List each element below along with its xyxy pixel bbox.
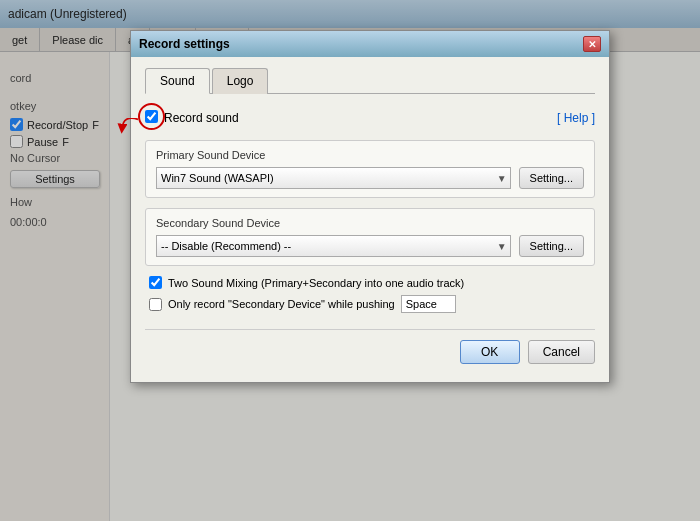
- secondary-device-select[interactable]: -- Disable (Recommend) -- None: [156, 235, 511, 257]
- only-record-secondary-label: Only record "Secondary Device" while pus…: [168, 298, 395, 310]
- space-key-input[interactable]: [401, 295, 456, 313]
- secondary-device-select-wrapper: -- Disable (Recommend) -- None ▼: [156, 235, 511, 257]
- primary-sound-group: Primary Sound Device Win7 Sound (WASAPI)…: [145, 140, 595, 198]
- modal-tabs: Sound Logo: [145, 67, 595, 94]
- modal-body: Sound Logo: [131, 57, 609, 382]
- record-sound-label: Record sound: [164, 111, 239, 125]
- tab-logo[interactable]: Logo: [212, 68, 269, 94]
- help-link[interactable]: [ Help ]: [557, 111, 595, 125]
- modal-titlebar: Record settings ✕: [131, 31, 609, 57]
- two-sound-mixing-label: Two Sound Mixing (Primary+Secondary into…: [168, 277, 464, 289]
- primary-setting-button[interactable]: Setting...: [519, 167, 584, 189]
- red-arrow-icon: [113, 118, 143, 138]
- cancel-button[interactable]: Cancel: [528, 340, 595, 364]
- primary-device-select-wrapper: Win7 Sound (WASAPI) Default Sound Device…: [156, 167, 511, 189]
- primary-device-title: Primary Sound Device: [156, 149, 584, 161]
- two-sound-mixing-checkbox[interactable]: [149, 276, 162, 289]
- secondary-setting-button[interactable]: Setting...: [519, 235, 584, 257]
- ok-button[interactable]: OK: [460, 340, 520, 364]
- secondary-sound-group: Secondary Sound Device -- Disable (Recom…: [145, 208, 595, 266]
- secondary-device-row: -- Disable (Recommend) -- None ▼ Setting…: [156, 235, 584, 257]
- secondary-device-title: Secondary Sound Device: [156, 217, 584, 229]
- record-sound-row: Record sound [ Help ]: [145, 110, 595, 126]
- primary-device-select[interactable]: Win7 Sound (WASAPI) Default Sound Device: [156, 167, 511, 189]
- extra-options: Two Sound Mixing (Primary+Secondary into…: [145, 276, 595, 313]
- two-sound-mixing-row: Two Sound Mixing (Primary+Secondary into…: [149, 276, 591, 289]
- primary-device-row: Win7 Sound (WASAPI) Default Sound Device…: [156, 167, 584, 189]
- only-record-secondary-row: Only record "Secondary Device" while pus…: [149, 295, 591, 313]
- record-sound-checkbox[interactable]: [145, 110, 158, 123]
- record-settings-modal: Record settings ✕ Sound Logo: [130, 30, 610, 383]
- only-record-secondary-checkbox[interactable]: [149, 298, 162, 311]
- modal-footer: OK Cancel: [145, 329, 595, 364]
- record-sound-left: Record sound: [145, 110, 239, 126]
- sound-tab-content: Record sound [ Help ] Primary Sound Devi…: [145, 106, 595, 368]
- modal-close-button[interactable]: ✕: [583, 36, 601, 52]
- tab-sound[interactable]: Sound: [145, 68, 210, 94]
- modal-title: Record settings: [139, 37, 230, 51]
